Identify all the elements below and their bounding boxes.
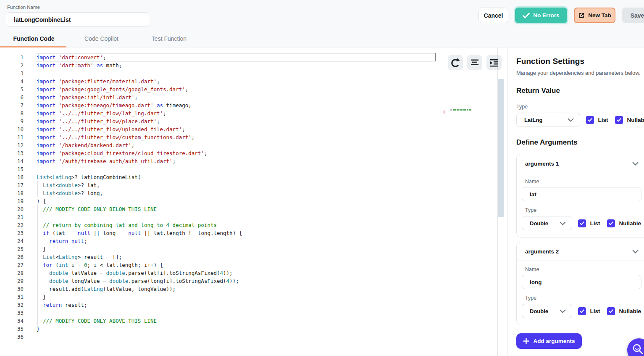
return-list-checkbox[interactable] [586,116,594,124]
tab-code-copilot[interactable]: Code Copilot [68,30,135,47]
argument-type-select[interactable]: Double [522,216,572,230]
argument-nullable-checkbox[interactable] [607,219,615,227]
argument-nullable-checkbox[interactable] [607,307,615,315]
code-line[interactable]: 30 result.add(LatLng(latValue, longValue… [0,285,437,293]
check-icon [617,118,621,122]
line-number: 19 [0,197,24,205]
argument-name-value: lat [530,191,536,198]
code-line[interactable]: 13import 'package:cloud_firestore/cloud_… [0,149,437,157]
code-text: import '/backend/backend.dart'; [37,141,134,149]
code-line[interactable]: 12import '/backend/backend.dart'; [0,141,437,149]
code-line[interactable]: 10import '../../flutter_flow/uploaded_fi… [0,125,437,133]
code-text: } [37,245,46,253]
code-line[interactable]: 36 [0,333,437,341]
code-line[interactable]: 29 double longValue = double.parse(long[… [0,277,437,285]
code-line[interactable]: 3 [0,69,437,77]
argument-list-checkbox[interactable] [578,219,586,227]
code-text: import '../../flutter_flow/place.dart'; [37,117,160,125]
code-line[interactable]: 11import '../../flutter_flow/custom_func… [0,133,437,141]
line-number: 15 [0,165,24,173]
define-arguments-heading: Define Arguments [516,138,644,147]
code-text: return null; [37,237,87,245]
argument-list-checkbox[interactable] [578,307,586,315]
code-line[interactable]: 32 return result; [0,301,437,309]
return-flags: List Nullable [586,116,644,124]
return-nullable-checkbox[interactable] [615,116,623,124]
argument-card-header[interactable]: arguments 1 [517,154,644,173]
line-number: 26 [0,253,24,261]
new-tab-button[interactable]: New Tab [574,8,615,23]
code-line[interactable]: 26 List<LatLng> result = []; [0,253,437,261]
code-text: import 'package:flutter/material.dart'; [37,77,160,85]
argument-nullable-label: Nullable [619,308,641,314]
code-line[interactable]: 23 if (lat == null || long == null || la… [0,229,437,237]
code-line[interactable]: 17 List<double>? lat, [0,181,437,189]
argument-card-header[interactable]: arguments 2 [517,242,644,261]
chevron-down-icon [632,250,639,253]
function-name-label: Function Name [7,5,40,10]
format-align-button[interactable] [467,55,482,70]
code-text: } [37,325,40,333]
line-number: 11 [0,133,24,141]
code-line[interactable]: 22 // return by combining lat and long t… [0,221,437,229]
code-line[interactable]: 28 double latValue = double.parse(lat[i]… [0,269,437,277]
tab-test-function[interactable]: Test Function [135,30,203,47]
indent-increase-icon [489,58,499,68]
code-line[interactable]: 14import '/auth/firebase_auth/auth_util.… [0,157,437,165]
code-line[interactable]: 20 /// MODIFY CODE ONLY BELOW THIS LINE [0,205,437,213]
editor-scrollbar-thumb[interactable] [498,79,504,217]
refresh-button[interactable] [448,55,463,70]
line-number: 33 [0,309,24,317]
code-line[interactable]: 33 [0,309,437,317]
code-line[interactable]: 25 } [0,245,437,253]
code-line[interactable]: 21 [0,213,437,221]
argument-type-value: Double [530,308,548,314]
code-line[interactable]: 31 } [0,293,437,301]
line-number: 30 [0,285,24,293]
code-line[interactable]: 16List<LatLng>? latLongCombineList( [0,173,437,181]
code-line[interactable]: 6import 'package:intl/intl.dart'; [0,93,437,101]
cancel-button[interactable]: Cancel [478,8,508,23]
argument-name-input[interactable]: lat [522,187,641,201]
minimap[interactable] [437,77,497,136]
function-name-input[interactable]: latLongCombineList [6,12,149,27]
code-text: import '../../flutter_flow/uploaded_file… [37,125,185,133]
indent-guide [37,181,38,197]
save-button[interactable]: Save [622,8,644,23]
tab-function-code[interactable]: Function Code [0,30,68,47]
code-line[interactable]: 27 for (int i = 0; i < lat.length; i++) … [0,261,437,269]
return-list-label: List [598,117,608,123]
return-type-label: Type [516,104,644,110]
external-link-icon [578,12,585,19]
add-arguments-label: Add arguments [533,338,575,344]
add-arguments-button[interactable]: Add arguments [516,333,582,349]
settings-subtitle: Manage your dependencies and parameters … [516,70,644,76]
code-line[interactable]: 9import '../../flutter_flow/place.dart'; [0,117,437,125]
settings-title: Function Settings [516,57,644,66]
tabbar: Function Code Code Copilot Test Function [0,30,644,47]
code-line[interactable]: 24 return null; [0,237,437,245]
code-text: List<LatLng> result = []; [37,253,122,261]
code-line[interactable]: 34 /// MODIFY CODE ONLY ABOVE THIS LINE [0,317,437,325]
code-line[interactable]: 19) { [0,197,437,205]
code-line[interactable]: 4import 'package:flutter/material.dart'; [0,77,437,85]
minimap-cursor-mark [444,111,444,113]
return-type-select[interactable]: LatLng [516,113,580,127]
no-errors-button[interactable]: No Errors [515,8,567,23]
code-line[interactable]: 5import 'package:google_fonts/google_fon… [0,85,437,93]
line-number: 18 [0,189,24,197]
code-line[interactable]: 8import '../../flutter_flow/lat_lng.dart… [0,109,437,117]
code-line[interactable]: 7import 'package:timeago/timeago.dart' a… [0,101,437,109]
code-line[interactable]: 35} [0,325,437,333]
code-line[interactable]: 15 [0,165,437,173]
line-number: 24 [0,237,24,245]
indent-button[interactable] [486,55,502,70]
code-line[interactable]: 1import 'dart:convert'; [0,53,437,61]
code-editor[interactable]: 1import 'dart:convert';2import 'dart:mat… [0,47,507,356]
argument-name-input[interactable]: long [522,275,641,289]
argument-type-select[interactable]: Double [522,304,572,318]
argument-nullable-label: Nullable [619,220,641,227]
code-line[interactable]: 18 List<double>? long, [0,189,437,197]
line-number: 36 [0,333,24,341]
code-line[interactable]: 2import 'dart:math' as math; [0,61,437,69]
